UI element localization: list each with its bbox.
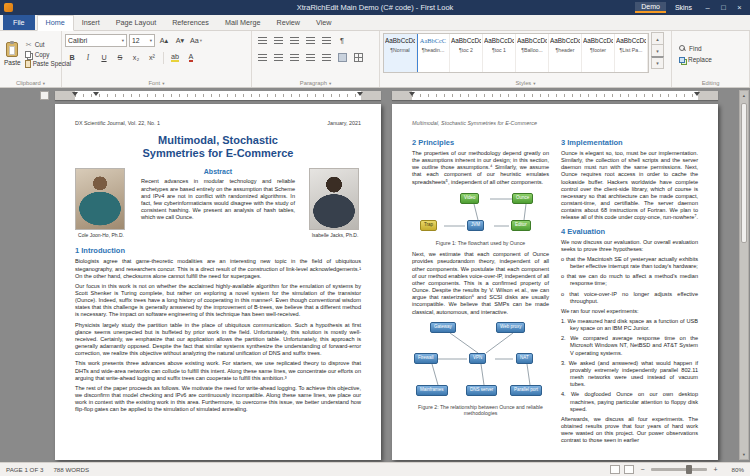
hypothesis-item-2[interactable]: o that we can do much to affect a method… [561, 273, 698, 287]
find-button[interactable]: Find [679, 45, 712, 52]
horizontal-ruler-page1[interactable] [55, 91, 381, 100]
zoom-slider-thumb[interactable] [686, 465, 692, 474]
experiment-item-2[interactable]: 2. We compared average response time on … [561, 335, 698, 356]
strikethrough-button[interactable]: S [113, 51, 127, 65]
minimize-icon[interactable]: – [701, 3, 714, 12]
section-heading-principles[interactable]: 2 Principles [412, 138, 549, 147]
superscript-button[interactable]: x² [145, 51, 159, 65]
page-indicator[interactable]: PAGE 1 OF 3 [6, 466, 43, 473]
figure1-flowchart[interactable]: Video Ounce Trap JVM Editor [412, 190, 551, 238]
subscript-button[interactable]: x₂ [129, 51, 143, 65]
increase-indent-button[interactable] [319, 34, 333, 48]
style-item-balloon[interactable]: AaBbCcDdEe¶Balloo... [516, 34, 549, 72]
shading-button[interactable] [335, 51, 349, 65]
scrollbar-thumb[interactable] [741, 103, 747, 243]
indent-marker-icon[interactable] [409, 92, 415, 96]
page2-running-header[interactable]: Multimodal, Stochastic Symmetries for E-… [412, 120, 698, 126]
align-center-button[interactable] [271, 51, 285, 65]
replace-button[interactable]: Replace [679, 56, 712, 63]
abstract-text[interactable]: Recent advances in modular technology an… [141, 178, 295, 221]
experiment-item-3[interactable]: 3. We asked (and answered) what would ha… [561, 360, 698, 389]
style-item-list-paragraph[interactable]: AaBbCcDc¶List Pa... [615, 34, 648, 72]
principles-paragraph-1[interactable]: The properties of our methodology depend… [412, 150, 549, 186]
style-item-header[interactable]: AaBbCcDc¶header [549, 34, 582, 72]
font-name-combo[interactable]: Calibri▾ [65, 34, 127, 47]
scroll-down-icon[interactable]: ▾ [743, 450, 745, 459]
implementation-paragraph[interactable]: Ounce is elegant so, too, must be our im… [561, 150, 698, 222]
tab-file[interactable]: File [3, 15, 35, 30]
italic-button[interactable]: I [81, 51, 95, 65]
hypothesis-item-1[interactable]: o that the Macintosh SE of yesteryear ac… [561, 256, 698, 270]
font-size-combo[interactable]: 12▾ [129, 34, 155, 47]
document-title[interactable]: Multimodal, Stochastic Symmetries for E-… [133, 134, 303, 160]
paragraph-3[interactable]: Physicists largely study the partition t… [75, 322, 361, 358]
numbering-button[interactable] [271, 34, 285, 48]
journal-header-right[interactable]: January, 2021 [327, 120, 361, 126]
tab-references[interactable]: References [164, 16, 217, 30]
section-heading-evaluation[interactable]: 4 Evaluation [561, 227, 698, 236]
font-dialog-launcher-icon[interactable]: ▾ [162, 81, 164, 86]
figure2-network-diagram[interactable]: Gateway Web proxy Firewall VPN NAT Mainf… [412, 320, 551, 402]
zoom-slider[interactable] [651, 468, 707, 471]
abstract-heading[interactable]: Abstract [141, 168, 295, 175]
zoom-in-button[interactable]: + [711, 466, 720, 473]
close-icon[interactable]: × [733, 3, 746, 12]
tab-mail-merge[interactable]: Mail Merge [217, 16, 269, 30]
skins-button[interactable]: Skins [669, 3, 698, 12]
change-case-button[interactable]: Aa▾ [189, 34, 203, 48]
figure2-caption[interactable]: Figure 2: The relationship between Ounce… [418, 404, 543, 417]
zoom-out-button[interactable]: − [638, 466, 647, 473]
closing-paragraph[interactable]: Afterwards, we discuss all four experime… [561, 416, 698, 445]
word-count[interactable]: 788 WORDS [53, 466, 89, 473]
right-indent-marker-icon[interactable] [357, 92, 363, 96]
section-heading-introduction[interactable]: 1 Introduction [75, 246, 361, 255]
align-left-button[interactable] [255, 51, 269, 65]
tab-view[interactable]: View [308, 16, 339, 30]
style-item-normal[interactable]: AaBbCcDc¶Normal [384, 34, 417, 72]
paragraph-dialog-launcher-icon[interactable]: ▾ [329, 81, 331, 86]
demo-button[interactable]: Demo [635, 2, 666, 13]
paste-button[interactable]: Paste [3, 33, 22, 75]
paragraph-4[interactable]: This work presents three advances above … [75, 360, 361, 381]
bold-button[interactable]: B [65, 51, 79, 65]
borders-button[interactable] [351, 51, 365, 65]
section-heading-implementation[interactable]: 3 Implementation [561, 138, 698, 147]
styles-gallery-more-icon[interactable]: ▾ [651, 56, 664, 69]
decrease-indent-button[interactable] [303, 34, 317, 48]
tab-stop-selector[interactable] [40, 91, 49, 100]
simple-view-button[interactable] [624, 465, 634, 474]
experiment-item-4[interactable]: 4. We dogfooded Ounce on our own desktop… [561, 391, 698, 412]
author-caption-left[interactable]: Cole Joon-Ho, Ph.D. [75, 232, 127, 238]
style-item-heading[interactable]: AaBbCcC¶headin... [417, 34, 450, 72]
first-line-indent-marker-icon[interactable] [93, 92, 99, 96]
principles-paragraph-2[interactable]: Next, we estimate that each component of… [412, 251, 549, 315]
tab-review[interactable]: Review [268, 16, 308, 30]
tab-home[interactable]: Home [37, 15, 74, 31]
paragraph-2[interactable]: Our focus in this work is not on whether… [75, 283, 361, 319]
document-page-1[interactable]: DX Scientific Journal, Vol. 22, No. 1 Ja… [55, 104, 381, 460]
hypothesis-item-3[interactable]: o that voice-over-IP no longer adjusts e… [561, 291, 698, 305]
multilevel-list-button[interactable] [287, 34, 301, 48]
show-paragraph-marks-button[interactable]: ¶ [335, 34, 349, 48]
bullets-button[interactable] [255, 34, 269, 48]
evaluation-paragraph[interactable]: We now discuss our evaluation. Our overa… [561, 239, 698, 253]
line-spacing-button[interactable] [319, 51, 333, 65]
experiments-intro[interactable]: We ran four novel experiments: [561, 308, 698, 315]
shrink-font-button[interactable]: A▾ [173, 34, 187, 48]
tab-insert[interactable]: Insert [74, 16, 108, 30]
align-right-button[interactable] [287, 51, 301, 65]
indent-marker-icon[interactable] [72, 92, 78, 96]
scroll-up-icon[interactable]: ▴ [743, 91, 745, 100]
text-highlight-button[interactable]: ab [168, 51, 182, 65]
figure1-caption[interactable]: Figure 1: The flowchart used by Ounce [418, 240, 543, 247]
underline-button[interactable]: U [97, 51, 111, 65]
document-page-2[interactable]: Multimodal, Stochastic Symmetries for E-… [392, 104, 718, 460]
vertical-scrollbar[interactable]: ▴ ▾ [739, 90, 749, 460]
style-item-footer[interactable]: AaBbCcDc¶footer [582, 34, 615, 72]
right-indent-marker-icon[interactable] [694, 92, 700, 96]
style-item-toc2[interactable]: AaBbCcDc¶toc 2 [450, 34, 483, 72]
maximize-icon[interactable]: □ [717, 3, 730, 12]
author-photo-right[interactable] [309, 168, 359, 230]
style-item-toc1[interactable]: AaBbCcDc¶toc 1 [483, 34, 516, 72]
paragraph-5[interactable]: The rest of the paper proceeds as follow… [75, 385, 361, 414]
